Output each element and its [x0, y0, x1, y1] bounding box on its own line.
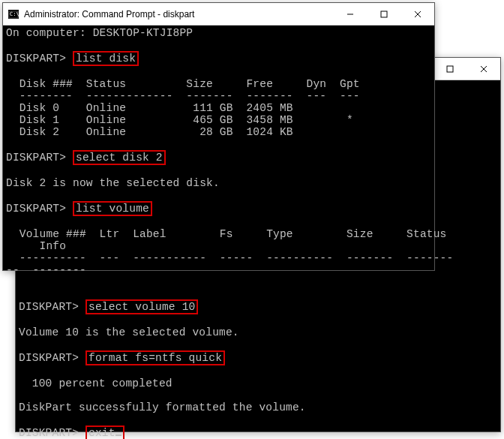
window-title-front: Administrator: Command Prompt - diskpart: [24, 9, 333, 20]
minimize-button[interactable]: [333, 3, 367, 25]
cmd-list-disk: list disk: [73, 51, 139, 66]
prompt: DISKPART>: [19, 301, 79, 313]
disk-row: Disk 1 Online 465 GB 3458 MB *: [6, 114, 353, 126]
disk-row: Disk 0 Online 111 GB 2405 MB: [6, 102, 293, 114]
msg-selected-disk: Disk 2 is now the selected disk.: [6, 177, 220, 189]
vol-table-ruler2: -- --------: [6, 264, 86, 276]
app-icon: C:\: [8, 8, 20, 20]
prompt: DISKPART>: [19, 427, 79, 439]
prompt: DISKPART>: [6, 203, 66, 215]
titlebar-front[interactable]: C:\ Administrator: Command Prompt - disk…: [3, 3, 434, 26]
close-button[interactable]: [466, 58, 500, 80]
maximize-button[interactable]: [433, 58, 466, 80]
cmd-format: format fs=ntfs quick: [86, 350, 225, 365]
cmd-window-front: C:\ Administrator: Command Prompt - disk…: [2, 2, 435, 271]
vol-table-header2: Info: [6, 240, 66, 252]
close-button[interactable]: [400, 3, 434, 25]
svg-text:C:\: C:\: [10, 11, 19, 17]
prompt: DISKPART>: [19, 352, 79, 364]
vol-table-header: Volume ### Ltr Label Fs Type Size Status: [6, 228, 447, 240]
maximize-button[interactable]: [367, 3, 400, 25]
cmd-list-volume: list volume: [73, 201, 152, 216]
disk-table-header: Disk ### Status Size Free Dyn Gpt: [6, 78, 360, 90]
msg-success: DiskPart successfully formatted the volu…: [19, 401, 306, 413]
cmd-exit: exit: [86, 425, 124, 439]
prompt: DISKPART>: [6, 152, 66, 164]
cmd-select-disk: select disk 2: [73, 150, 166, 165]
svg-rect-11: [381, 11, 387, 17]
computer-line: On computer: DESKTOP-KTJI8PP: [6, 27, 193, 39]
cmd-select-volume: select volume 10: [86, 299, 198, 314]
msg-progress: 100 percent completed: [19, 377, 172, 389]
msg-selected-volume: Volume 10 is the selected volume.: [19, 326, 239, 338]
cursor-icon: [116, 434, 122, 436]
disk-row: Disk 2 Online 28 GB 1024 KB: [6, 126, 293, 138]
vol-table-ruler: ---------- --- ----------- ----- -------…: [6, 252, 453, 264]
console-output-front[interactable]: On computer: DESKTOP-KTJI8PP DISKPART> l…: [3, 26, 434, 278]
prompt: DISKPART>: [6, 53, 66, 65]
window-controls-front: [333, 3, 434, 25]
svg-rect-4: [447, 66, 453, 72]
disk-table-ruler: -------- ------------- ------- ------- -…: [6, 90, 360, 102]
